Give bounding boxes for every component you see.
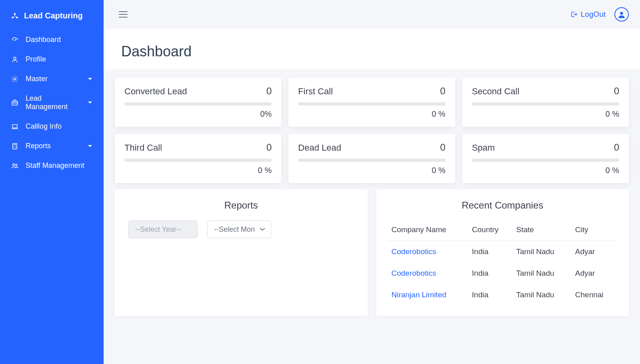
svg-point-0 [14, 13, 16, 15]
stat-percent: 0 % [472, 166, 619, 175]
brand-label: Lead Capturing [24, 11, 83, 20]
sidebar-item-master[interactable]: Master [0, 69, 104, 89]
logout-icon [570, 11, 578, 18]
stat-card-converted-lead: Converted Lead0 0% [115, 78, 281, 127]
stat-label: Converted Lead [124, 86, 187, 97]
cell-country: India [468, 241, 512, 263]
recent-companies-title: Recent Companies [388, 200, 618, 211]
cell-state: Tamil Nadu [512, 284, 571, 306]
table-row: Coderobotics India Tamil Nadu Adyar [388, 241, 618, 263]
avatar[interactable] [614, 7, 629, 22]
sidebar-item-dashboard[interactable]: Dashboard [0, 30, 104, 50]
stat-percent: 0 % [298, 109, 445, 119]
logout-label: LogOut [581, 10, 606, 19]
stat-percent: 0% [124, 109, 272, 119]
stat-value: 0 [614, 142, 619, 153]
cell-city: Adyar [571, 241, 618, 263]
stat-card-third-call: Third Call0 0 % [115, 134, 281, 183]
sidebar: Lead Capturing Dashboard Profile Master [0, 0, 104, 364]
gear-icon [11, 76, 18, 83]
stat-progress-bar [472, 159, 619, 162]
main: LogOut Dashboard Converted Lead0 0% [104, 0, 640, 364]
svg-point-5 [14, 78, 16, 80]
calculator-icon [11, 143, 18, 150]
month-select[interactable]: --Select Mon [207, 221, 271, 238]
stat-value: 0 [440, 86, 445, 97]
cell-city: Adyar [571, 263, 618, 284]
sidebar-item-profile[interactable]: Profile [0, 50, 104, 69]
col-company-name: Company Name [388, 221, 468, 241]
recent-companies-panel: Recent Companies Company Name Country St… [376, 189, 629, 316]
month-select-placeholder: --Select Mon [214, 225, 255, 234]
sidebar-item-calllog[interactable]: Calllog Info [0, 117, 104, 136]
sidebar-item-label: Calllog Info [26, 122, 92, 131]
stat-card-spam: Spam0 0 % [462, 134, 629, 183]
dashboard-icon [11, 36, 18, 44]
cell-state: Tamil Nadu [512, 263, 571, 284]
cell-country: India [468, 263, 512, 284]
stat-card-second-call: Second Call0 0 % [462, 78, 629, 127]
svg-point-9 [13, 163, 15, 165]
chevron-down-icon [260, 228, 265, 231]
recent-companies-table: Company Name Country State City Coderobo… [388, 221, 618, 306]
stat-label: Spam [472, 143, 495, 153]
brand-icon [11, 12, 18, 20]
sidebar-item-reports[interactable]: Reports [0, 136, 104, 156]
stat-progress-bar [472, 102, 619, 105]
stats-grid: Converted Lead0 0% First Call0 0 % Secon… [115, 78, 629, 183]
cell-city: Chennai [571, 284, 618, 306]
avatar-icon [617, 10, 626, 19]
col-state: State [512, 221, 571, 241]
profile-icon [11, 56, 18, 63]
chevron-down-icon [88, 78, 92, 81]
users-icon [11, 162, 18, 169]
stat-value: 0 [440, 142, 445, 153]
stat-percent: 0 % [298, 166, 445, 175]
sidebar-item-label: Staff Management [26, 161, 92, 170]
col-city: City [571, 221, 618, 241]
content-body: Converted Lead0 0% First Call0 0 % Secon… [104, 70, 640, 324]
logout-button[interactable]: LogOut [570, 10, 606, 19]
table-row: Coderobotics India Tamil Nadu Adyar [388, 263, 618, 284]
company-link[interactable]: Coderobotics [392, 247, 436, 256]
year-select-placeholder: --Select Year-- [135, 225, 181, 234]
col-country: Country [468, 221, 512, 241]
menu-toggle-button[interactable] [115, 7, 132, 22]
stat-progress-bar [124, 102, 272, 105]
stat-value: 0 [266, 86, 272, 97]
table-row: Niranjan Limited India Tamil Nadu Chenna… [388, 284, 618, 306]
stat-label: Third Call [124, 143, 162, 153]
stat-progress-bar [124, 159, 272, 162]
stat-label: First Call [298, 86, 333, 97]
stat-progress-bar [298, 159, 445, 162]
stat-label: Dead Lead [298, 143, 341, 153]
sidebar-item-label: Lead Management [26, 94, 82, 111]
svg-point-4 [14, 57, 16, 60]
stat-value: 0 [266, 142, 272, 153]
stat-value: 0 [614, 86, 619, 97]
svg-rect-7 [12, 124, 17, 127]
svg-point-3 [14, 40, 15, 41]
page-title: Dashboard [121, 43, 622, 60]
stat-percent: 0 % [472, 109, 619, 119]
sidebar-item-staff[interactable]: Staff Management [0, 156, 104, 175]
svg-point-10 [16, 164, 17, 165]
sidebar-item-label: Dashboard [26, 36, 92, 44]
year-select[interactable]: --Select Year-- [128, 221, 198, 238]
cell-state: Tamil Nadu [512, 241, 571, 263]
stat-percent: 0 % [124, 166, 272, 175]
brand[interactable]: Lead Capturing [0, 11, 104, 30]
stat-card-first-call: First Call0 0 % [288, 78, 455, 127]
reports-title: Reports [126, 200, 356, 211]
cell-country: India [468, 284, 512, 306]
company-link[interactable]: Coderobotics [392, 269, 436, 277]
svg-rect-8 [13, 143, 17, 149]
sidebar-item-lead-management[interactable]: Lead Management [0, 89, 104, 117]
stat-progress-bar [298, 102, 445, 105]
header: LogOut [104, 0, 640, 29]
chevron-down-icon [88, 101, 92, 104]
reports-panel: Reports --Select Year-- --Select Mon [115, 189, 368, 316]
sidebar-item-label: Profile [26, 55, 92, 64]
laptop-icon [11, 123, 18, 130]
company-link[interactable]: Niranjan Limited [392, 290, 446, 299]
